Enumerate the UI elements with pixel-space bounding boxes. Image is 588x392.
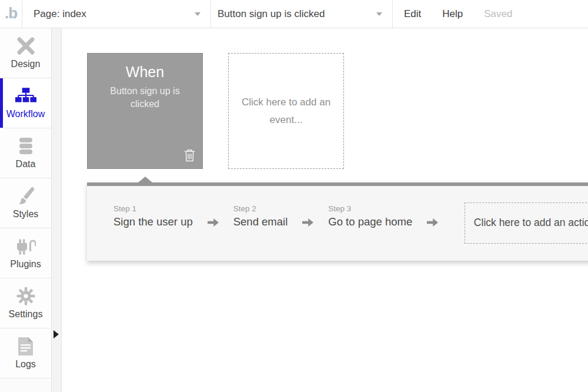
step-action-name: Sign the user up xyxy=(113,215,193,228)
workflow-selector-dropdown[interactable]: Button sign up is clicked xyxy=(211,0,393,28)
sidebar-item-label: Design xyxy=(11,59,41,69)
step-number-label: Step 1 xyxy=(113,204,193,213)
workflow-selector-value: Button sign up is clicked xyxy=(218,8,325,20)
arrow-right-icon xyxy=(302,218,313,227)
sidebar-item-workflow[interactable]: Workflow xyxy=(0,78,51,128)
design-tools-icon xyxy=(16,36,35,55)
workflow-canvas: When Button sign up is clicked Click her… xyxy=(62,28,588,392)
save-status: Saved xyxy=(484,8,512,20)
action-panel: Step 1 Sign the user up Step 2 Send emai… xyxy=(87,182,588,261)
event-card-selected[interactable]: When Button sign up is clicked xyxy=(87,53,203,169)
sidebar-item-label: Data xyxy=(16,159,36,170)
sidebar-item-label: Plugins xyxy=(10,259,41,270)
action-steps-row: Step 1 Sign the user up Step 2 Send emai… xyxy=(87,186,588,261)
add-action-label: Click here to add an action... xyxy=(474,217,588,229)
bubble-logo-text: .b xyxy=(5,5,17,23)
sidebar-item-label: Logs xyxy=(15,359,36,370)
sidebar: Design Workflow xyxy=(0,28,52,392)
sitemap-icon xyxy=(15,87,36,105)
step-number-label: Step 2 xyxy=(233,204,288,213)
add-event-box[interactable]: Click here to add an event... xyxy=(228,53,344,169)
gear-icon xyxy=(16,287,35,305)
top-menu: Edit Help Saved xyxy=(393,0,533,28)
paintbrush-icon xyxy=(16,187,35,205)
plug-icon xyxy=(16,237,36,255)
page-selector-dropdown[interactable]: Page: index xyxy=(22,0,211,28)
expand-pane-arrow-icon[interactable] xyxy=(54,330,59,338)
sidebar-item-styles[interactable]: Styles xyxy=(0,178,51,228)
step-number-label: Step 3 xyxy=(328,204,412,213)
bubble-logo[interactable]: .b xyxy=(0,0,22,28)
arrow-right-icon xyxy=(208,218,219,227)
add-action-box[interactable]: Click here to add an action... xyxy=(465,202,588,244)
action-step-3[interactable]: Step 3 Go to page home xyxy=(328,204,412,228)
event-card-title: When xyxy=(88,64,202,81)
sidebar-item-settings[interactable]: Settings xyxy=(0,278,51,328)
action-step-1[interactable]: Step 1 Sign the user up xyxy=(113,204,193,228)
arrow-right-icon xyxy=(427,218,438,227)
sidebar-item-label: Styles xyxy=(13,209,39,220)
sidebar-item-design[interactable]: Design xyxy=(0,28,51,78)
chevron-down-icon xyxy=(195,12,201,16)
sidebar-item-data[interactable]: Data xyxy=(0,128,51,178)
trash-icon[interactable] xyxy=(183,148,196,164)
sidebar-item-label: Settings xyxy=(9,309,43,320)
step-action-name: Go to page home xyxy=(328,215,412,228)
action-step-2[interactable]: Step 2 Send email xyxy=(233,204,288,228)
step-action-name: Send email xyxy=(233,215,288,228)
sidebar-item-logs[interactable]: Logs xyxy=(0,328,51,378)
page-selector-value: Page: index xyxy=(34,8,86,20)
help-menu-item[interactable]: Help xyxy=(442,8,463,20)
database-icon xyxy=(17,137,35,155)
event-card-subtitle: Button sign up is clicked xyxy=(98,85,193,111)
add-event-label: Click here to add an event... xyxy=(236,94,337,129)
sidebar-item-label: Workflow xyxy=(6,109,45,119)
top-toolbar: .b Page: index Button sign up is clicked… xyxy=(0,0,588,28)
document-icon xyxy=(18,337,34,356)
sidebar-gutter xyxy=(52,28,62,392)
panel-notch xyxy=(138,177,152,182)
edit-menu-item[interactable]: Edit xyxy=(404,8,421,20)
chevron-down-icon xyxy=(376,12,382,16)
sidebar-item-plugins[interactable]: Plugins xyxy=(0,228,51,278)
